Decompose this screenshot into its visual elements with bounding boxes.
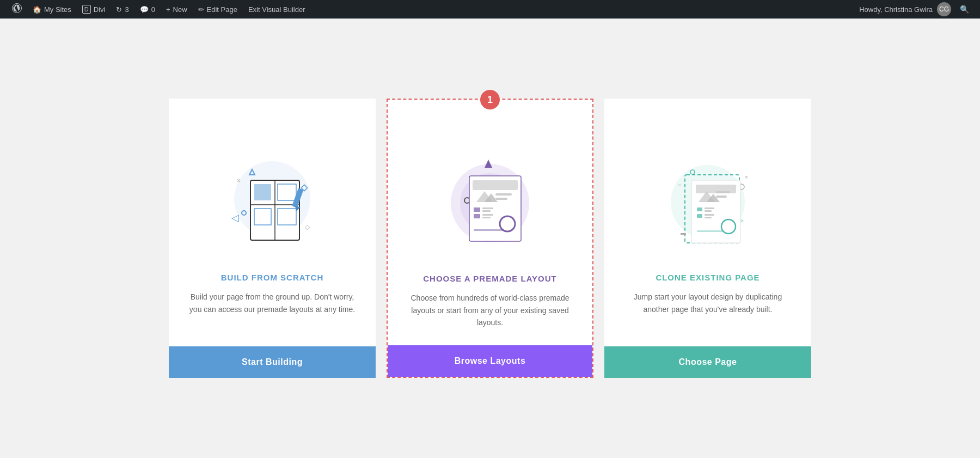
clone-desc: Jump start your layout design by duplica… (604, 291, 811, 329)
new-label: New (173, 5, 187, 14)
svg-marker-19 (485, 160, 492, 168)
plus-icon: + (166, 5, 170, 14)
svg-text:○: ○ (678, 182, 681, 188)
topbar: 🏠 My Sites D Divi ↻ 3 💬 0 + New ✏ Edit P… (0, 0, 980, 19)
comments-item[interactable]: 💬 0 (134, 0, 161, 19)
wp-icon (12, 3, 22, 16)
svg-rect-34 (482, 217, 491, 218)
user-avatar[interactable]: CG (937, 2, 951, 16)
updates-item[interactable]: ↻ 3 (111, 0, 134, 19)
card-image-premade: × ▬ (388, 121, 592, 274)
card-image-clone: ○ ▷ (604, 120, 811, 273)
choose-page-button[interactable]: Choose Page (604, 346, 811, 378)
exit-builder-item[interactable]: Exit Visual Builder (243, 0, 311, 19)
edit-page-label: Edit Page (207, 5, 237, 14)
new-item[interactable]: + New (161, 0, 193, 19)
search-icon[interactable]: 🔍 (955, 5, 973, 14)
exit-builder-label: Exit Visual Builder (248, 5, 305, 14)
svg-text:×: × (745, 174, 748, 180)
premade-title: CHOOSE A PREMADE LAYOUT (412, 274, 568, 283)
comments-icon: 💬 (140, 5, 149, 14)
card-choose-premade: 1 × ▬ (387, 99, 593, 377)
divi-label: Divi (94, 5, 106, 14)
start-building-button[interactable]: Start Building (169, 346, 376, 378)
svg-text:◇: ◇ (305, 223, 310, 231)
browse-layouts-button[interactable]: Browse Layouts (388, 345, 592, 377)
topbar-right: Howdy, Christina Gwira CG 🔍 (859, 2, 973, 16)
updates-count: 3 (125, 5, 128, 14)
main-content: ◁ × ◇ (0, 19, 980, 458)
svg-rect-29 (474, 207, 480, 212)
cards-container: ◁ × ◇ (163, 99, 817, 377)
svg-text:▬: ▬ (681, 230, 686, 236)
svg-rect-48 (716, 196, 727, 198)
scratch-title: BUILD FROM SCRATCH (210, 273, 335, 282)
avatar-initials: CG (939, 5, 949, 13)
svg-rect-50 (705, 207, 714, 209)
svg-rect-52 (697, 214, 702, 218)
svg-rect-27 (495, 193, 512, 196)
comments-count: 0 (151, 5, 155, 14)
premade-desc: Choose from hundreds of world-class prem… (388, 292, 592, 328)
svg-rect-51 (705, 210, 712, 212)
svg-rect-54 (705, 217, 712, 218)
my-sites-item[interactable]: 🏠 My Sites (27, 0, 77, 19)
card-image-scratch: ◁ × ◇ (169, 120, 376, 273)
svg-rect-30 (482, 207, 493, 209)
edit-page-item[interactable]: ✏ Edit Page (193, 0, 243, 19)
sites-icon: 🏠 (33, 5, 41, 14)
svg-rect-47 (716, 191, 730, 193)
clone-illustration: ○ ▷ (648, 142, 768, 251)
edit-icon: ✏ (198, 5, 204, 14)
clone-title: CLONE EXISTING PAGE (645, 273, 770, 282)
svg-rect-33 (482, 214, 493, 216)
svg-rect-24 (473, 180, 518, 190)
svg-rect-49 (697, 207, 702, 211)
card-clone-page: ○ ▷ (604, 99, 811, 377)
scratch-illustration: ◁ × ◇ (212, 142, 332, 251)
svg-rect-28 (495, 198, 507, 200)
divi-icon: D (82, 5, 91, 14)
divi-item[interactable]: D Divi (77, 0, 111, 19)
my-sites-label: My Sites (44, 5, 71, 14)
svg-rect-56 (697, 230, 724, 232)
svg-text:◁: ◁ (231, 212, 239, 223)
premade-badge: 1 (480, 90, 500, 109)
svg-rect-53 (705, 214, 714, 216)
svg-rect-9 (254, 184, 271, 200)
svg-rect-36 (474, 229, 504, 231)
wp-logo-item[interactable] (7, 0, 27, 19)
svg-rect-32 (474, 214, 480, 218)
premade-illustration: × ▬ (430, 143, 550, 252)
user-greeting: Howdy, Christina Gwira (859, 5, 933, 14)
updates-icon: ↻ (116, 5, 122, 14)
scratch-desc: Build your page from the ground up. Don'… (169, 291, 376, 329)
card-build-from-scratch: ◁ × ◇ (169, 99, 376, 377)
svg-rect-31 (482, 210, 491, 212)
svg-text:×: × (237, 177, 241, 185)
